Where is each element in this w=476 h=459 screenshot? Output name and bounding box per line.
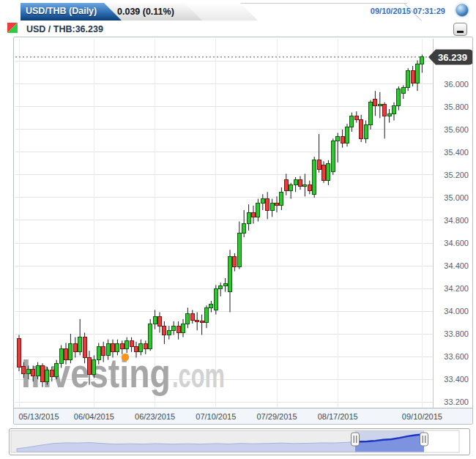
navigator-handle-left[interactable] [352, 433, 360, 446]
navigator-panel [9, 428, 470, 455]
y-axis-label: 35.600 [444, 125, 469, 134]
y-axis-label: 34.000 [444, 307, 469, 316]
y-axis-label: 34.400 [444, 261, 469, 270]
x-axis-label: 05/13/2015 [18, 412, 59, 421]
x-axis-label: 07/10/2015 [196, 412, 236, 421]
navigator[interactable] [10, 429, 469, 455]
x-axis-label: 08/17/2015 [318, 412, 358, 421]
chart-panel: Investing.com36.00035.80035.60035.40035.… [13, 37, 473, 425]
symbol-label: USD/THB (Daily) [21, 3, 122, 20]
svg-text:36.239: 36.239 [438, 52, 467, 63]
candlestick-chart[interactable]: Investing.com36.00035.80035.60035.40035.… [14, 37, 472, 424]
y-axis-label: 33.200 [444, 398, 469, 406]
y-axis-label: 34.800 [444, 216, 469, 225]
x-axis-label: 06/04/2015 [74, 412, 114, 421]
green-triangle [7, 23, 18, 33]
x-axis-label: 06/23/2015 [135, 412, 175, 421]
x-axis-label: 07/29/2015 [256, 412, 297, 421]
y-axis-label: 35.800 [444, 102, 469, 111]
change-label: 0.039 (0.11%) [117, 3, 174, 20]
svg-text:.com: .com [172, 357, 225, 395]
minus-icon [457, 31, 464, 33]
navigator-handle-right[interactable] [420, 433, 428, 446]
y-axis-label: 36.000 [444, 80, 469, 89]
current-price-badge: 36.239 [428, 50, 472, 65]
series-label: USD / THB:36.239 [26, 24, 103, 34]
minimize-button[interactable] [453, 23, 467, 36]
x-axis-label: 09/10/2015 [402, 412, 442, 421]
y-axis-label: 35.000 [444, 193, 469, 202]
candlestick-series-icon [7, 23, 18, 33]
y-axis-label: 33.600 [444, 352, 469, 361]
y-axis-label: 33.400 [444, 375, 469, 384]
y-axis-label: 33.800 [444, 329, 469, 338]
chart-options-sphere-icon[interactable] [455, 4, 469, 17]
chart-widget: USD/THB (Daily) 0.039 (0.11%) 09/10/2015… [0, 0, 476, 459]
y-axis-label: 34.600 [444, 239, 469, 247]
y-axis-label: 35.400 [444, 148, 469, 157]
timestamp-label: 09/10/2015 07:31:29 [371, 7, 445, 15]
y-axis-label: 34.200 [444, 284, 469, 293]
symbol-tab: USD/THB (Daily) [21, 3, 122, 20]
y-axis-label: 35.200 [444, 171, 469, 179]
candlestick-series [18, 55, 424, 387]
